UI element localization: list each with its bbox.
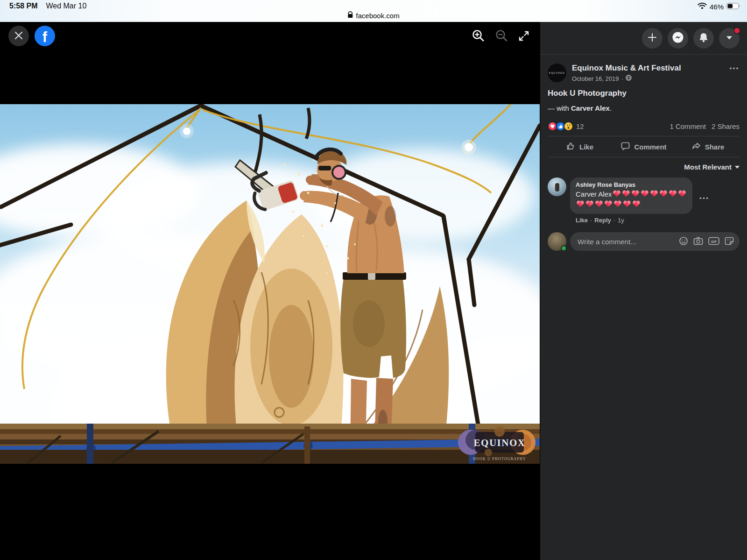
notifications-button[interactable] — [693, 28, 714, 49]
sticker-button[interactable] — [725, 236, 734, 247]
comment-input-pill[interactable]: GIF — [570, 232, 740, 251]
tagged-person-link[interactable]: Carver Alex — [571, 104, 610, 112]
post-text: Hook U Photography — [548, 89, 740, 98]
post-author-name[interactable]: Equinox Music & Art Festival — [572, 64, 729, 73]
plus-icon — [647, 32, 657, 44]
comment-count[interactable]: 1 Comment — [669, 122, 706, 130]
bell-icon — [698, 32, 709, 44]
thumbs-up-icon — [566, 141, 576, 152]
heart-emojis — [576, 199, 687, 210]
comment-composer: GIF — [548, 232, 740, 251]
create-button[interactable] — [642, 28, 662, 49]
comment-sort-dropdown[interactable]: Most Relevant — [548, 157, 740, 176]
gif-icon: GIF — [708, 236, 719, 247]
post-timestamp[interactable]: October 16, 2019 · — [572, 75, 729, 82]
clock-time: 5:58 PM — [9, 2, 37, 10]
zoom-out-icon — [494, 28, 509, 45]
comment-item: Ashley Rose Banyas Carver Alex … Like · … — [548, 177, 740, 224]
wifi-icon — [698, 2, 707, 11]
globe-icon — [626, 75, 632, 82]
clock-date: Wed Mar 10 — [46, 2, 86, 10]
self-avatar — [548, 232, 566, 251]
address-bar[interactable]: facebook.com — [343, 10, 404, 21]
battery-icon — [726, 3, 740, 11]
comment-bubble: Ashley Rose Banyas Carver Alex — [570, 177, 692, 214]
lock-icon — [347, 11, 353, 20]
wow-reaction-icon — [564, 121, 573, 131]
svg-text:HOOK U PHOTOGRAPHY: HOOK U PHOTOGRAPHY — [473, 457, 526, 461]
zoom-in-button[interactable] — [471, 28, 486, 45]
comment-reply-link[interactable]: Reply — [594, 217, 611, 224]
comment-bubble-icon — [620, 141, 630, 152]
chevron-down-icon — [724, 32, 734, 44]
zoom-in-icon — [471, 28, 486, 45]
photo-attach-button[interactable] — [693, 236, 703, 247]
account-menu-button[interactable] — [719, 28, 740, 49]
photo-illustration: EQUINOX HOOK U PHOTOGRAPHY — [0, 104, 540, 464]
post-tagged-line: — with Carver Alex. — [548, 104, 740, 112]
reaction-count[interactable]: 12 — [576, 122, 584, 130]
comment-input[interactable] — [578, 238, 675, 246]
fullscreen-button[interactable] — [518, 30, 530, 43]
photo-viewer: f — [0, 22, 540, 560]
post-action-bar: Like Comment Share — [548, 136, 740, 157]
reaction-summary[interactable] — [548, 121, 571, 131]
share-count[interactable]: 2 Shares — [712, 122, 740, 130]
post-sidebar: EQUINOX Equinox Music & Art Festival Oct… — [540, 22, 747, 560]
smiley-icon — [679, 236, 688, 247]
online-status-dot — [561, 245, 567, 251]
facebook-home-button[interactable]: f — [35, 26, 55, 46]
post-panel: EQUINOX Equinox Music & Art Festival Oct… — [540, 64, 747, 251]
close-icon — [14, 30, 24, 42]
svg-text:GIF: GIF — [711, 239, 717, 243]
notification-dot — [733, 27, 740, 34]
reactions-bar: 12 1 Comment 2 Shares — [548, 121, 740, 131]
comment-author-avatar[interactable] — [548, 177, 566, 196]
svg-text:EQUINOX: EQUINOX — [474, 437, 526, 448]
sticker-icon — [725, 236, 734, 247]
heart-emojis — [612, 190, 687, 198]
post-more-button[interactable]: … — [729, 64, 740, 68]
zoom-out-button[interactable] — [494, 28, 509, 45]
messenger-button[interactable] — [668, 28, 688, 49]
comment-more-button[interactable]: … — [699, 193, 710, 198]
emoji-button[interactable] — [679, 236, 688, 247]
comment-text: Carver Alex — [576, 189, 687, 210]
comment-footer: Like · Reply · 1y — [576, 217, 740, 224]
ipad-screen: 5:58 PM Wed Mar 10 facebook.com 46% — [0, 0, 747, 560]
url-text: facebook.com — [356, 12, 399, 20]
share-arrow-icon — [691, 141, 701, 152]
battery-percent: 46% — [710, 3, 724, 11]
camera-icon — [693, 236, 703, 247]
facebook-logo-icon: f — [42, 29, 47, 46]
comment-age[interactable]: 1y — [618, 217, 624, 224]
ios-status-bar: 5:58 PM Wed Mar 10 facebook.com 46% — [0, 0, 747, 22]
comment-like-link[interactable]: Like — [576, 217, 588, 224]
gif-button[interactable]: GIF — [708, 236, 719, 247]
caret-down-icon — [735, 166, 740, 169]
comment-author-name[interactable]: Ashley Rose Banyas — [576, 181, 687, 188]
close-button[interactable] — [8, 26, 29, 46]
post-author-avatar[interactable]: EQUINOX — [548, 64, 566, 82]
facebook-header-actions — [540, 22, 747, 55]
messenger-icon — [672, 31, 684, 45]
comment-button[interactable]: Comment — [612, 136, 676, 157]
share-button[interactable]: Share — [676, 136, 740, 157]
like-button[interactable]: Like — [548, 136, 612, 157]
post-photo[interactable]: EQUINOX HOOK U PHOTOGRAPHY — [0, 104, 540, 464]
expand-arrows-icon — [518, 30, 530, 43]
